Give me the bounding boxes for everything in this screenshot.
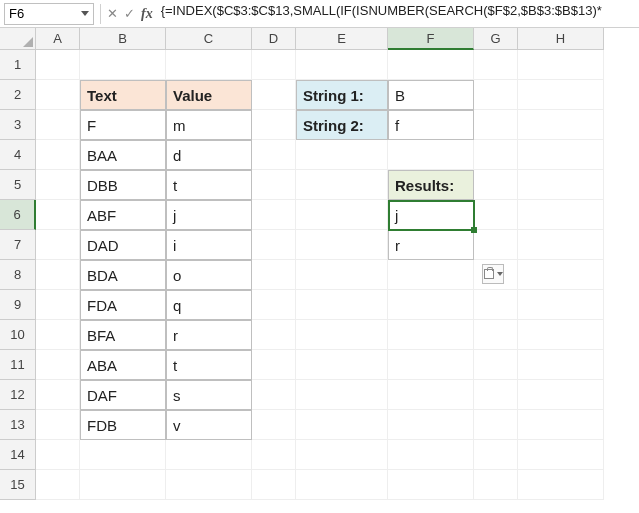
cell[interactable] <box>36 110 80 140</box>
row-header[interactable]: 11 <box>0 350 36 380</box>
fx-icon[interactable]: fx <box>141 6 153 22</box>
row-header[interactable]: 14 <box>0 440 36 470</box>
cell[interactable] <box>388 50 474 80</box>
cell[interactable] <box>80 50 166 80</box>
cell[interactable] <box>518 410 604 440</box>
cell[interactable] <box>474 470 518 500</box>
col-header[interactable]: C <box>166 28 252 50</box>
cell[interactable] <box>166 50 252 80</box>
cell[interactable] <box>474 50 518 80</box>
row-header[interactable]: 7 <box>0 230 36 260</box>
table-row[interactable]: m <box>166 110 252 140</box>
row-header[interactable]: 4 <box>0 140 36 170</box>
cell[interactable] <box>36 320 80 350</box>
cell[interactable] <box>252 80 296 110</box>
col-header[interactable]: E <box>296 28 388 50</box>
table-header-text[interactable]: Text <box>80 80 166 110</box>
string1-value[interactable]: B <box>388 80 474 110</box>
cell[interactable] <box>296 320 388 350</box>
cell[interactable] <box>474 380 518 410</box>
table-row[interactable]: DAF <box>80 380 166 410</box>
cell[interactable] <box>166 440 252 470</box>
cell[interactable] <box>252 320 296 350</box>
cell[interactable] <box>36 140 80 170</box>
table-row[interactable]: DAD <box>80 230 166 260</box>
cell[interactable] <box>252 290 296 320</box>
cell[interactable] <box>296 350 388 380</box>
cell[interactable] <box>518 110 604 140</box>
cell[interactable] <box>252 260 296 290</box>
cell[interactable] <box>518 290 604 320</box>
cell[interactable] <box>518 350 604 380</box>
cell[interactable] <box>36 290 80 320</box>
cell[interactable] <box>474 110 518 140</box>
cell[interactable] <box>518 140 604 170</box>
table-row[interactable]: v <box>166 410 252 440</box>
cell[interactable] <box>80 440 166 470</box>
cell[interactable] <box>252 380 296 410</box>
cell[interactable] <box>252 50 296 80</box>
cell[interactable] <box>296 140 388 170</box>
accept-icon[interactable]: ✓ <box>124 6 135 21</box>
table-row[interactable]: DBB <box>80 170 166 200</box>
table-row[interactable]: j <box>166 200 252 230</box>
cell[interactable] <box>388 320 474 350</box>
cell[interactable] <box>474 350 518 380</box>
cell[interactable] <box>518 230 604 260</box>
cell[interactable] <box>518 50 604 80</box>
cell[interactable] <box>474 440 518 470</box>
name-box[interactable]: F6 <box>4 3 94 25</box>
row-header[interactable]: 6 <box>0 200 36 230</box>
cell[interactable] <box>252 350 296 380</box>
cell[interactable] <box>36 380 80 410</box>
cell[interactable] <box>252 140 296 170</box>
col-header[interactable]: B <box>80 28 166 50</box>
row-header[interactable]: 12 <box>0 380 36 410</box>
select-all-corner[interactable] <box>0 28 36 50</box>
cell[interactable] <box>518 320 604 350</box>
cell[interactable] <box>518 440 604 470</box>
cell[interactable] <box>474 230 518 260</box>
cell[interactable] <box>252 470 296 500</box>
table-row[interactable]: BFA <box>80 320 166 350</box>
cell[interactable] <box>388 380 474 410</box>
row-header[interactable]: 9 <box>0 290 36 320</box>
table-row[interactable]: ABF <box>80 200 166 230</box>
row-header[interactable]: 15 <box>0 470 36 500</box>
table-row[interactable]: F <box>80 110 166 140</box>
table-row[interactable]: FDB <box>80 410 166 440</box>
cell[interactable] <box>36 350 80 380</box>
cell[interactable] <box>36 260 80 290</box>
cell[interactable] <box>252 410 296 440</box>
cell[interactable] <box>388 350 474 380</box>
cell[interactable] <box>166 470 252 500</box>
cell[interactable] <box>296 50 388 80</box>
cell[interactable] <box>296 290 388 320</box>
row-header[interactable]: 5 <box>0 170 36 200</box>
cell[interactable] <box>252 200 296 230</box>
cell[interactable] <box>474 80 518 110</box>
cancel-icon[interactable]: ✕ <box>107 6 118 21</box>
table-row[interactable]: r <box>166 320 252 350</box>
cell[interactable] <box>388 260 474 290</box>
cell[interactable] <box>252 170 296 200</box>
col-header[interactable]: H <box>518 28 604 50</box>
table-row[interactable]: d <box>166 140 252 170</box>
row-header[interactable]: 2 <box>0 80 36 110</box>
table-row[interactable]: i <box>166 230 252 260</box>
col-header[interactable]: G <box>474 28 518 50</box>
cell[interactable] <box>518 200 604 230</box>
cell[interactable] <box>36 170 80 200</box>
cell[interactable] <box>474 320 518 350</box>
cell[interactable] <box>388 140 474 170</box>
formula-input[interactable]: {=INDEX($C$3:$C$13,SMALL(IF(ISNUMBER(SEA… <box>159 3 635 25</box>
cell[interactable] <box>252 440 296 470</box>
cell[interactable] <box>474 410 518 440</box>
cell[interactable] <box>36 470 80 500</box>
cell[interactable] <box>518 260 604 290</box>
row-header[interactable]: 1 <box>0 50 36 80</box>
results-cell[interactable]: j <box>388 200 474 230</box>
string2-label[interactable]: String 2: <box>296 110 388 140</box>
cell[interactable] <box>252 110 296 140</box>
chevron-down-icon[interactable] <box>81 11 89 16</box>
